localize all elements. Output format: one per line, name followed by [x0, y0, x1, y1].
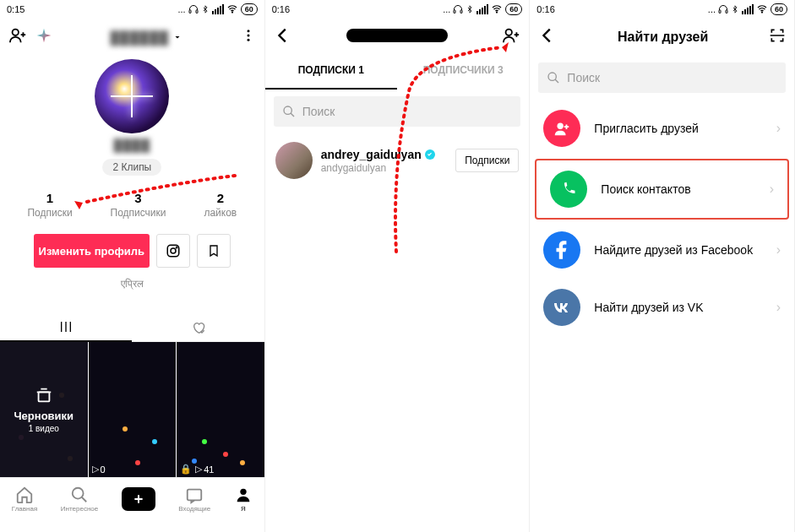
menu-button[interactable]	[241, 28, 256, 46]
search-icon	[547, 71, 560, 84]
option-invite-friends[interactable]: Пригласить друзей ›	[530, 100, 794, 157]
svg-point-21	[240, 488, 246, 494]
chevron-right-icon: ›	[776, 121, 781, 136]
find-friends-topbar: Найти друзей	[530, 19, 794, 56]
bio-text: एप्रिल	[0, 278, 264, 290]
svg-point-30	[506, 30, 512, 35]
stat-following[interactable]: 1Подписки	[27, 191, 72, 219]
svg-rect-37	[749, 6, 751, 14]
video-gallery: Черновики 1 видео ▷ 0 🔒 ▷ 41	[0, 342, 264, 477]
svg-rect-4	[217, 8, 219, 14]
wifi-icon	[226, 4, 238, 14]
add-friend-button[interactable]	[502, 26, 520, 48]
clock: 0:16	[272, 4, 290, 14]
lock-icon: 🔒	[180, 464, 192, 475]
edit-profile-button[interactable]: Изменить профиль	[34, 234, 150, 268]
user-name: andrey_gaidulyan	[321, 148, 447, 161]
clock: 0:15	[7, 4, 25, 14]
tab-followers[interactable]: ПОДПИСЧИКИ 3	[397, 56, 529, 90]
back-button[interactable]	[274, 26, 292, 48]
nav-discover[interactable]: Интересное	[61, 486, 98, 513]
user-row[interactable]: andrey_gaidulyan andygaidulyan Подписки	[265, 133, 530, 187]
nav-inbox[interactable]: Входящие	[178, 486, 210, 513]
nav-create[interactable]	[122, 487, 155, 511]
svg-rect-15	[61, 322, 62, 332]
option-facebook[interactable]: Найдите друзей из Facebook ›	[530, 221, 794, 279]
search-icon	[282, 105, 296, 118]
svg-rect-25	[479, 9, 481, 14]
stat-followers[interactable]: 3Подписчики	[111, 191, 166, 219]
following-button[interactable]: Подписки	[455, 149, 519, 172]
status-dots: ...	[177, 4, 185, 14]
tab-liked[interactable]	[132, 321, 264, 334]
tab-grid[interactable]	[0, 313, 132, 342]
chevron-right-icon: ›	[776, 300, 781, 315]
gallery-item-drafts[interactable]: Черновики 1 видео	[0, 342, 88, 477]
screen-find-friends: 0:16 ... 60 Найти друзей Поиск Пригласит…	[530, 0, 795, 532]
qr-scan-button[interactable]	[769, 27, 786, 47]
page-title-masked	[292, 29, 503, 46]
bluetooth-icon	[731, 4, 739, 14]
battery: 60	[241, 3, 258, 15]
instagram-button[interactable]	[156, 234, 190, 268]
svg-rect-36	[747, 8, 749, 14]
signal-icon	[212, 4, 224, 14]
svg-point-8	[13, 30, 19, 35]
sparkle-icon[interactable]	[35, 27, 52, 47]
headphones-icon	[453, 4, 463, 14]
gallery-item[interactable]: 🔒 ▷ 41	[177, 342, 264, 477]
svg-point-29	[497, 12, 498, 13]
profile-username-dropdown[interactable]: ██████	[52, 30, 241, 45]
svg-point-14	[176, 247, 177, 248]
search-input[interactable]: Поиск	[538, 62, 786, 93]
chevron-right-icon: ›	[770, 182, 774, 197]
avatar[interactable]	[95, 59, 169, 133]
profile-topbar: ██████	[0, 19, 264, 56]
svg-point-40	[548, 73, 556, 80]
screen-following: 0:16 ... 60 ПОДПИСКИ 1 ПОДПИСЧИКИ 3 Поис…	[265, 0, 531, 532]
svg-point-19	[73, 487, 84, 498]
search-input[interactable]: Поиск	[274, 96, 521, 127]
svg-rect-23	[460, 10, 462, 14]
svg-point-11	[247, 39, 249, 41]
option-vk[interactable]: Найти друзей из VK ›	[530, 279, 794, 336]
svg-rect-34	[742, 11, 743, 14]
status-bar: 0:16 ... 60	[265, 0, 530, 19]
tab-following[interactable]: ПОДПИСКИ 1	[265, 56, 397, 90]
add-friend-button[interactable]	[8, 26, 27, 48]
svg-point-39	[762, 12, 763, 13]
play-count: ▷ 41	[195, 464, 214, 475]
clips-chip[interactable]: 2 Клипы	[102, 159, 161, 176]
screen-profile: 0:15 ... 60 ██████ ████ 2 Клипы 1Подписк…	[0, 0, 265, 532]
stats-row: 1Подписки 3Подписчики 2лайков	[0, 191, 264, 219]
back-button[interactable]	[538, 26, 557, 48]
wifi-icon	[491, 4, 503, 14]
profile-handle: ████	[0, 138, 264, 152]
bookmark-button[interactable]	[197, 234, 231, 268]
option-contacts[interactable]: Поиск контактов ›	[536, 160, 787, 218]
verified-icon	[425, 149, 435, 160]
follow-tabs: ПОДПИСКИ 1 ПОДПИСЧИКИ 3	[265, 56, 530, 90]
svg-rect-0	[189, 10, 191, 14]
gallery-item[interactable]: ▷ 0	[89, 342, 177, 477]
status-bar: 0:15 ... 60	[0, 0, 264, 19]
play-count: ▷ 0	[92, 464, 106, 475]
svg-rect-22	[454, 10, 455, 14]
headphones-icon	[718, 4, 728, 14]
svg-rect-6	[222, 4, 224, 14]
signal-icon	[476, 4, 488, 14]
svg-point-7	[231, 12, 232, 13]
svg-rect-20	[188, 489, 202, 500]
headphones-icon	[188, 4, 199, 14]
highlight-annotation: Поиск контактов ›	[535, 159, 789, 220]
invite-icon	[543, 110, 580, 147]
bottom-nav: Главная Интересное Входящие Я	[0, 477, 264, 519]
stat-likes[interactable]: 2лайков	[204, 191, 237, 219]
nav-home[interactable]: Главная	[12, 486, 37, 513]
svg-rect-35	[744, 9, 746, 14]
svg-point-10	[247, 35, 249, 37]
phone-icon	[550, 171, 587, 208]
svg-rect-38	[752, 4, 754, 14]
svg-rect-24	[476, 11, 478, 14]
nav-profile[interactable]: Я	[234, 486, 253, 513]
